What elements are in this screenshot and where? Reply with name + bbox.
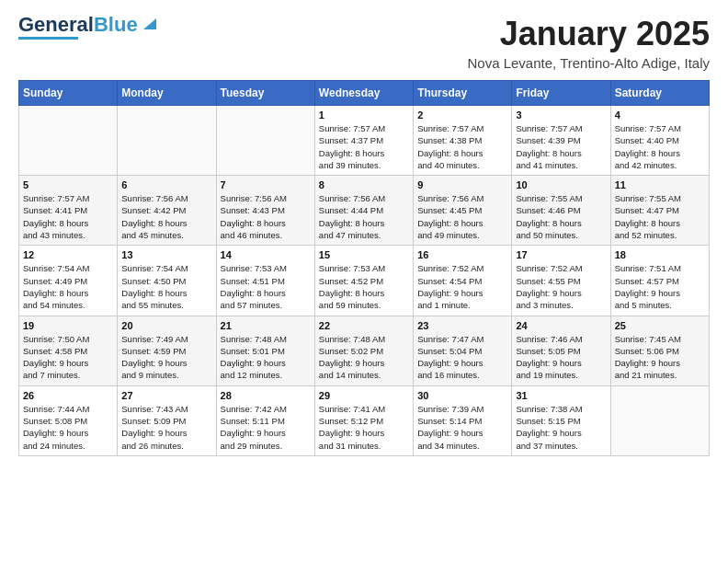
day-number: 22 [319, 320, 409, 331]
day-number: 16 [417, 249, 507, 260]
weekday-header-row: SundayMondayTuesdayWednesdayThursdayFrid… [19, 81, 710, 106]
day-info: Sunrise: 7:47 AM Sunset: 5:04 PM Dayligh… [417, 333, 507, 382]
day-info: Sunrise: 7:57 AM Sunset: 4:37 PM Dayligh… [319, 122, 409, 171]
calendar-cell [118, 106, 216, 176]
day-number: 28 [221, 390, 311, 401]
day-info: Sunrise: 7:38 AM Sunset: 5:15 PM Dayligh… [516, 403, 606, 452]
calendar-cell [216, 106, 314, 176]
calendar-week-3: 19Sunrise: 7:50 AM Sunset: 4:58 PM Dayli… [19, 316, 710, 385]
calendar-cell: 27Sunrise: 7:43 AM Sunset: 5:09 PM Dayli… [118, 385, 216, 455]
day-info: Sunrise: 7:54 AM Sunset: 4:49 PM Dayligh… [23, 262, 113, 311]
day-number: 25 [615, 320, 705, 331]
day-number: 18 [615, 249, 705, 260]
day-info: Sunrise: 7:48 AM Sunset: 5:01 PM Dayligh… [221, 333, 311, 382]
calendar-cell: 11Sunrise: 7:55 AM Sunset: 4:47 PM Dayli… [610, 176, 709, 246]
calendar-cell: 30Sunrise: 7:39 AM Sunset: 5:14 PM Dayli… [414, 385, 512, 455]
day-info: Sunrise: 7:56 AM Sunset: 4:42 PM Dayligh… [121, 192, 211, 241]
calendar-week-0: 1Sunrise: 7:57 AM Sunset: 4:37 PM Daylig… [19, 106, 710, 176]
day-number: 4 [615, 109, 705, 121]
calendar-cell: 18Sunrise: 7:51 AM Sunset: 4:57 PM Dayli… [610, 246, 709, 316]
month-title: January 2025 [468, 15, 711, 53]
calendar-cell: 25Sunrise: 7:45 AM Sunset: 5:06 PM Dayli… [610, 316, 709, 385]
day-info: Sunrise: 7:57 AM Sunset: 4:41 PM Dayligh… [23, 192, 113, 241]
day-info: Sunrise: 7:45 AM Sunset: 5:06 PM Dayligh… [615, 333, 705, 382]
day-number: 15 [319, 249, 409, 260]
day-info: Sunrise: 7:50 AM Sunset: 4:58 PM Dayligh… [23, 333, 113, 382]
day-info: Sunrise: 7:39 AM Sunset: 5:14 PM Dayligh… [417, 403, 507, 452]
title-block: January 2025 Nova Levante, Trentino-Alto… [468, 15, 711, 71]
calendar-cell: 16Sunrise: 7:52 AM Sunset: 4:54 PM Dayli… [414, 246, 512, 316]
calendar-cell: 5Sunrise: 7:57 AM Sunset: 4:41 PM Daylig… [19, 176, 118, 246]
calendar-cell: 15Sunrise: 7:53 AM Sunset: 4:52 PM Dayli… [314, 246, 413, 316]
day-info: Sunrise: 7:53 AM Sunset: 4:51 PM Dayligh… [221, 262, 311, 311]
day-info: Sunrise: 7:56 AM Sunset: 4:43 PM Dayligh… [221, 192, 311, 241]
calendar-week-4: 26Sunrise: 7:44 AM Sunset: 5:08 PM Dayli… [19, 385, 710, 455]
day-info: Sunrise: 7:42 AM Sunset: 5:11 PM Dayligh… [221, 403, 311, 452]
calendar-cell: 7Sunrise: 7:56 AM Sunset: 4:43 PM Daylig… [216, 176, 314, 246]
calendar-cell: 23Sunrise: 7:47 AM Sunset: 5:04 PM Dayli… [414, 316, 512, 385]
logo-blue: Blue [94, 13, 138, 36]
day-info: Sunrise: 7:57 AM Sunset: 4:40 PM Dayligh… [615, 122, 705, 171]
calendar-week-2: 12Sunrise: 7:54 AM Sunset: 4:49 PM Dayli… [19, 246, 710, 316]
day-info: Sunrise: 7:52 AM Sunset: 4:55 PM Dayligh… [516, 262, 606, 311]
calendar-cell: 19Sunrise: 7:50 AM Sunset: 4:58 PM Dayli… [19, 316, 118, 385]
day-number: 14 [221, 249, 311, 260]
day-number: 30 [417, 390, 507, 401]
weekday-header-monday: Monday [118, 81, 216, 106]
day-info: Sunrise: 7:55 AM Sunset: 4:47 PM Dayligh… [615, 192, 705, 241]
day-info: Sunrise: 7:57 AM Sunset: 4:38 PM Dayligh… [417, 122, 507, 171]
calendar-cell [19, 106, 118, 176]
weekday-header-wednesday: Wednesday [314, 81, 413, 106]
day-number: 10 [516, 179, 606, 190]
calendar-cell: 28Sunrise: 7:42 AM Sunset: 5:11 PM Dayli… [216, 385, 314, 455]
calendar-cell: 4Sunrise: 7:57 AM Sunset: 4:40 PM Daylig… [610, 106, 709, 176]
day-info: Sunrise: 7:53 AM Sunset: 4:52 PM Dayligh… [319, 262, 409, 311]
calendar-body: 1Sunrise: 7:57 AM Sunset: 4:37 PM Daylig… [19, 106, 710, 456]
calendar-cell: 8Sunrise: 7:56 AM Sunset: 4:44 PM Daylig… [314, 176, 413, 246]
calendar-cell: 29Sunrise: 7:41 AM Sunset: 5:12 PM Dayli… [314, 385, 413, 455]
day-info: Sunrise: 7:43 AM Sunset: 5:09 PM Dayligh… [121, 403, 211, 452]
calendar-header: SundayMondayTuesdayWednesdayThursdayFrid… [19, 81, 710, 106]
calendar-cell: 10Sunrise: 7:55 AM Sunset: 4:46 PM Dayli… [512, 176, 610, 246]
calendar-cell: 24Sunrise: 7:46 AM Sunset: 5:05 PM Dayli… [512, 316, 610, 385]
day-info: Sunrise: 7:52 AM Sunset: 4:54 PM Dayligh… [417, 262, 507, 311]
day-number: 26 [23, 390, 113, 401]
calendar-cell: 17Sunrise: 7:52 AM Sunset: 4:55 PM Dayli… [512, 246, 610, 316]
calendar-cell: 12Sunrise: 7:54 AM Sunset: 4:49 PM Dayli… [19, 246, 118, 316]
calendar-cell: 31Sunrise: 7:38 AM Sunset: 5:15 PM Dayli… [512, 385, 610, 455]
logo-general: General [18, 13, 94, 36]
day-number: 8 [319, 179, 409, 190]
day-number: 6 [121, 179, 211, 190]
calendar-cell: 1Sunrise: 7:57 AM Sunset: 4:37 PM Daylig… [314, 106, 413, 176]
day-number: 12 [23, 249, 113, 260]
logo: GeneralBlue [18, 15, 160, 40]
weekday-header-thursday: Thursday [414, 81, 512, 106]
location-subtitle: Nova Levante, Trentino-Alto Adige, Italy [468, 55, 711, 71]
page-header: GeneralBlue January 2025 Nova Levante, T… [18, 15, 710, 71]
day-number: 9 [417, 179, 507, 190]
day-number: 31 [516, 390, 606, 401]
weekday-header-sunday: Sunday [19, 81, 118, 106]
calendar-cell [610, 385, 709, 455]
day-number: 2 [417, 109, 507, 121]
calendar-cell: 3Sunrise: 7:57 AM Sunset: 4:39 PM Daylig… [512, 106, 610, 176]
logo-icon [140, 13, 160, 33]
calendar-cell: 2Sunrise: 7:57 AM Sunset: 4:38 PM Daylig… [414, 106, 512, 176]
day-number: 3 [516, 109, 606, 121]
calendar-cell: 22Sunrise: 7:48 AM Sunset: 5:02 PM Dayli… [314, 316, 413, 385]
calendar-cell: 6Sunrise: 7:56 AM Sunset: 4:42 PM Daylig… [118, 176, 216, 246]
calendar-cell: 20Sunrise: 7:49 AM Sunset: 4:59 PM Dayli… [118, 316, 216, 385]
day-info: Sunrise: 7:55 AM Sunset: 4:46 PM Dayligh… [516, 192, 606, 241]
day-info: Sunrise: 7:48 AM Sunset: 5:02 PM Dayligh… [319, 333, 409, 382]
day-number: 5 [23, 179, 113, 190]
day-info: Sunrise: 7:41 AM Sunset: 5:12 PM Dayligh… [319, 403, 409, 452]
calendar-cell: 9Sunrise: 7:56 AM Sunset: 4:45 PM Daylig… [414, 176, 512, 246]
day-number: 19 [23, 320, 113, 331]
weekday-header-friday: Friday [512, 81, 610, 106]
day-number: 24 [516, 320, 606, 331]
day-number: 13 [121, 249, 211, 260]
logo-underline [18, 37, 78, 40]
calendar-cell: 21Sunrise: 7:48 AM Sunset: 5:01 PM Dayli… [216, 316, 314, 385]
day-number: 17 [516, 249, 606, 260]
day-info: Sunrise: 7:56 AM Sunset: 4:45 PM Dayligh… [417, 192, 507, 241]
